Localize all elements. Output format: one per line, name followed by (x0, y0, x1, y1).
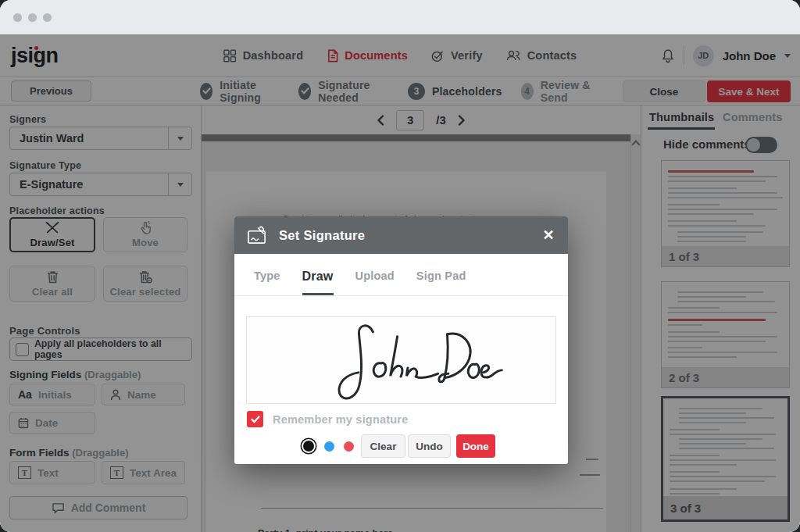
window-control-dot[interactable] (28, 13, 37, 22)
tab-type[interactable]: Type (254, 270, 280, 295)
pen-color-red[interactable] (344, 441, 354, 452)
tabs-divider (234, 295, 568, 296)
window-control-dot[interactable] (43, 13, 52, 22)
set-signature-modal: Set Signature ✕ Type Draw Upload Sign Pa… (234, 216, 568, 464)
undo-button[interactable]: Undo (408, 434, 451, 458)
window-controls[interactable] (13, 13, 52, 22)
signature-drawing (290, 320, 516, 402)
modal-controls: Clear Undo Done (234, 434, 568, 459)
close-icon[interactable]: ✕ (538, 224, 559, 246)
remember-signature-row[interactable]: Remember my signature (247, 411, 408, 427)
browser-window: jsign Dashboard (0, 0, 800, 532)
modal-title: Set Signature (279, 228, 365, 243)
pen-color-blue[interactable] (324, 441, 334, 452)
tab-draw[interactable]: Draw (302, 270, 334, 295)
window-chrome (0, 0, 800, 34)
modal-header: Set Signature ✕ (234, 216, 568, 254)
window-control-dot[interactable] (13, 13, 22, 22)
screenshot-stage: jsign Dashboard (0, 0, 800, 532)
remember-label: Remember my signature (273, 413, 408, 426)
clear-button[interactable]: Clear (361, 434, 405, 458)
done-button[interactable]: Done (456, 434, 495, 458)
tab-upload[interactable]: Upload (355, 270, 395, 295)
pen-color-black[interactable] (303, 441, 314, 452)
checkbox-checked[interactable] (247, 411, 263, 427)
jsign-app: jsign Dashboard (0, 34, 800, 532)
signature-canvas[interactable] (246, 316, 556, 404)
signature-method-tabs: Type Draw Upload Sign Pad (254, 270, 466, 295)
tab-sign-pad[interactable]: Sign Pad (416, 270, 466, 295)
signature-pad-icon (247, 226, 268, 245)
